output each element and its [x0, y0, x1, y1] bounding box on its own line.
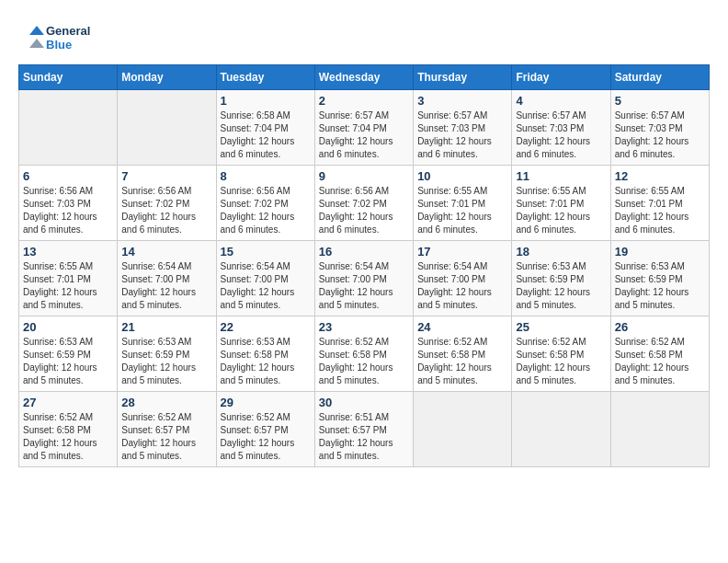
day-number: 16 — [319, 245, 409, 259]
day-number: 7 — [121, 169, 211, 183]
day-info: Sunrise: 6:56 AMSunset: 7:02 PMDaylight:… — [121, 185, 211, 236]
logo-svg: General Blue — [18, 18, 101, 55]
calendar-cell — [118, 90, 216, 166]
day-info-line: Sunrise: 6:55 AM — [516, 186, 586, 196]
day-number: 20 — [23, 320, 113, 334]
col-header-sunday: Sunday — [19, 65, 118, 90]
day-info-line: Sunset: 6:57 PM — [221, 425, 289, 435]
header: General Blue — [18, 18, 710, 55]
day-number: 15 — [221, 245, 311, 259]
day-info: Sunrise: 6:53 AMSunset: 6:59 PMDaylight:… — [516, 260, 606, 312]
day-info-line: Sunset: 6:57 PM — [319, 425, 387, 435]
day-info-line: Daylight: 12 hours — [417, 362, 492, 373]
day-info-line: Sunrise: 6:54 AM — [319, 261, 389, 271]
day-info-line: Daylight: 12 hours — [221, 287, 295, 297]
day-info-line: and 6 minutes. — [615, 149, 676, 159]
day-info-line: Sunset: 6:58 PM — [417, 350, 485, 360]
day-info-line: Sunset: 7:02 PM — [121, 199, 189, 209]
day-info-line: and 5 minutes. — [121, 375, 182, 385]
day-number: 13 — [23, 245, 113, 259]
col-header-monday: Monday — [118, 65, 216, 90]
calendar-cell: 10Sunrise: 6:55 AMSunset: 7:01 PMDayligh… — [414, 166, 512, 241]
day-number: 4 — [516, 94, 606, 108]
calendar-cell: 15Sunrise: 6:54 AMSunset: 7:00 PMDayligh… — [216, 241, 314, 316]
day-info-line: Sunrise: 6:56 AM — [121, 186, 191, 196]
day-info: Sunrise: 6:54 AMSunset: 7:00 PMDaylight:… — [319, 260, 409, 312]
day-info-line: Sunrise: 6:55 AM — [615, 186, 685, 196]
day-info-line: and 5 minutes. — [319, 451, 380, 461]
day-info-line: Sunrise: 6:52 AM — [221, 412, 290, 422]
day-number: 8 — [221, 169, 311, 183]
day-info-line: Sunrise: 6:57 AM — [615, 110, 685, 121]
day-info-line: and 5 minutes. — [221, 375, 281, 385]
day-info-line: Sunset: 7:01 PM — [516, 199, 584, 209]
day-info: Sunrise: 6:57 AMSunset: 7:03 PMDaylight:… — [615, 109, 705, 161]
day-info: Sunrise: 6:57 AMSunset: 7:03 PMDaylight:… — [516, 109, 606, 161]
day-info-line: Daylight: 12 hours — [615, 287, 689, 297]
col-header-wednesday: Wednesday — [314, 65, 413, 90]
day-info-line: Sunrise: 6:53 AM — [615, 261, 685, 271]
day-info-line: Daylight: 12 hours — [615, 362, 689, 373]
day-number: 21 — [121, 320, 211, 334]
calendar-cell: 29Sunrise: 6:52 AMSunset: 6:57 PMDayligh… — [216, 392, 314, 467]
day-info-line: Sunrise: 6:52 AM — [23, 412, 93, 422]
calendar-cell — [610, 392, 709, 467]
day-info-line: Sunset: 7:03 PM — [615, 123, 683, 133]
day-info-line: and 6 minutes. — [23, 224, 84, 235]
day-info-line: and 5 minutes. — [121, 451, 182, 461]
day-info-line: Sunrise: 6:55 AM — [23, 261, 93, 271]
day-number: 23 — [319, 320, 409, 334]
day-number: 11 — [516, 169, 606, 183]
calendar-cell: 19Sunrise: 6:53 AMSunset: 6:59 PMDayligh… — [610, 241, 709, 316]
day-info-line: Sunrise: 6:53 AM — [121, 337, 191, 347]
day-info-line: Sunset: 7:00 PM — [417, 274, 485, 284]
day-info-line: Daylight: 12 hours — [615, 212, 689, 222]
day-info-line: and 6 minutes. — [516, 149, 576, 159]
day-info-line: and 6 minutes. — [121, 224, 182, 235]
calendar-cell: 26Sunrise: 6:52 AMSunset: 6:58 PMDayligh… — [610, 316, 709, 392]
day-info-line: Daylight: 12 hours — [516, 212, 590, 222]
day-info: Sunrise: 6:52 AMSunset: 6:58 PMDaylight:… — [615, 336, 705, 387]
day-info-line: Daylight: 12 hours — [516, 362, 590, 373]
day-info-line: Sunset: 7:03 PM — [417, 123, 485, 133]
calendar-cell: 21Sunrise: 6:53 AMSunset: 6:59 PMDayligh… — [118, 316, 216, 392]
day-number: 30 — [319, 396, 409, 409]
svg-text:Blue: Blue — [46, 38, 72, 52]
day-info-line: and 6 minutes. — [516, 224, 576, 235]
day-info: Sunrise: 6:54 AMSunset: 7:00 PMDaylight:… — [121, 260, 211, 312]
day-number: 28 — [121, 396, 211, 409]
day-info-line: Sunrise: 6:52 AM — [516, 337, 586, 347]
calendar-cell: 5Sunrise: 6:57 AMSunset: 7:03 PMDaylight… — [610, 90, 709, 166]
calendar-table: SundayMondayTuesdayWednesdayThursdayFrid… — [18, 64, 710, 467]
day-info: Sunrise: 6:52 AMSunset: 6:58 PMDaylight:… — [319, 336, 409, 387]
calendar-week-1: 1Sunrise: 6:58 AMSunset: 7:04 PMDaylight… — [19, 90, 710, 166]
day-info-line: Sunrise: 6:53 AM — [516, 261, 586, 271]
day-number: 10 — [417, 169, 507, 183]
day-info-line: Sunset: 7:00 PM — [221, 274, 289, 284]
day-info-line: Sunrise: 6:53 AM — [23, 337, 93, 347]
calendar-cell: 9Sunrise: 6:56 AMSunset: 7:02 PMDaylight… — [314, 166, 413, 241]
day-number: 19 — [615, 245, 705, 259]
day-info: Sunrise: 6:52 AMSunset: 6:57 PMDaylight:… — [221, 411, 311, 463]
day-info-line: Sunset: 6:58 PM — [23, 425, 91, 435]
day-info-line: and 5 minutes. — [417, 375, 478, 385]
calendar-cell: 11Sunrise: 6:55 AMSunset: 7:01 PMDayligh… — [512, 166, 610, 241]
day-info: Sunrise: 6:54 AMSunset: 7:00 PMDaylight:… — [221, 260, 311, 312]
day-info-line: Daylight: 12 hours — [516, 136, 590, 146]
day-info-line: Sunrise: 6:55 AM — [417, 186, 487, 196]
calendar-week-5: 27Sunrise: 6:52 AMSunset: 6:58 PMDayligh… — [19, 392, 710, 467]
day-info: Sunrise: 6:57 AMSunset: 7:04 PMDaylight:… — [319, 109, 409, 161]
col-header-thursday: Thursday — [414, 65, 512, 90]
day-info-line: Sunset: 6:57 PM — [121, 425, 189, 435]
day-info-line: Sunset: 6:58 PM — [319, 350, 387, 360]
calendar-cell: 12Sunrise: 6:55 AMSunset: 7:01 PMDayligh… — [610, 166, 709, 241]
day-info: Sunrise: 6:53 AMSunset: 6:59 PMDaylight:… — [615, 260, 705, 312]
day-info-line: Sunset: 7:01 PM — [23, 274, 91, 284]
calendar-week-2: 6Sunrise: 6:56 AMSunset: 7:03 PMDaylight… — [19, 166, 710, 241]
calendar-cell: 18Sunrise: 6:53 AMSunset: 6:59 PMDayligh… — [512, 241, 610, 316]
day-info-line: Sunrise: 6:58 AM — [221, 110, 290, 121]
calendar-cell: 8Sunrise: 6:56 AMSunset: 7:02 PMDaylight… — [216, 166, 314, 241]
day-info: Sunrise: 6:52 AMSunset: 6:58 PMDaylight:… — [417, 336, 507, 387]
day-info-line: and 5 minutes. — [417, 300, 478, 310]
day-info-line: Daylight: 12 hours — [221, 136, 295, 146]
